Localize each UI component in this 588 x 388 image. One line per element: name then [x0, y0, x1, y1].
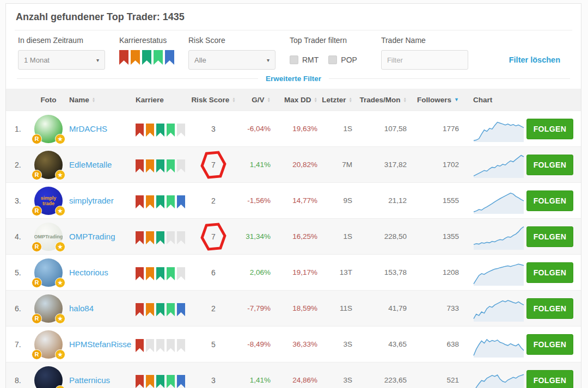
- avatar[interactable]: R★: [34, 115, 63, 143]
- career-flags: [136, 339, 190, 352]
- sort-icon[interactable]: ▲▼: [314, 97, 317, 102]
- karrierestatus-label: Karrierestatus: [119, 36, 174, 45]
- sort-icon[interactable]: ▲▼: [267, 97, 271, 102]
- follow-button[interactable]: FOLGEN: [526, 226, 573, 247]
- follow-button[interactable]: FOLGEN: [526, 155, 573, 175]
- top-trader-panel: Anzahl gefundener Top Trader: 1435 In di…: [5, 3, 581, 388]
- career-flag-icon: [136, 195, 144, 208]
- avatar-text: simply trade: [34, 195, 63, 206]
- trader-name-link[interactable]: Patternicus: [69, 375, 110, 385]
- career-flag-icon[interactable]: [119, 50, 128, 65]
- star-badge-icon: ★: [55, 278, 65, 288]
- top-trader-filter-label: Top Trader filtern: [290, 36, 367, 45]
- divider: [17, 78, 258, 79]
- career-flags: [136, 303, 190, 316]
- advanced-filter-link[interactable]: Erweiterte Filter: [266, 75, 321, 83]
- trader-name-link[interactable]: MrDACHS: [69, 124, 107, 133]
- filter-bar: In diesem Zeitraum 1 Monat ▾ Karrieresta…: [6, 30, 581, 70]
- career-flag-icon[interactable]: [142, 50, 151, 65]
- max-dd-value: 36,33%: [275, 340, 322, 348]
- performance-sparkline: [463, 331, 526, 358]
- trader-photo-cell: R★: [28, 330, 69, 359]
- follow-button[interactable]: FOLGEN: [526, 298, 573, 319]
- career-flag-icon: [156, 339, 164, 352]
- sort-icon[interactable]: ▲▼: [92, 97, 95, 102]
- clear-filters-link[interactable]: Filter löschen: [509, 56, 560, 64]
- career-flag-icon: [146, 303, 154, 316]
- risk-score-value: 6: [190, 255, 237, 290]
- followers-value: 1208: [411, 268, 463, 276]
- sort-icon[interactable]: ▲▼: [232, 97, 235, 102]
- career-flag-icon: [136, 339, 144, 352]
- column-header-max-dd[interactable]: Max DD▲▼: [275, 96, 322, 104]
- trader-name-link[interactable]: halo84: [69, 304, 94, 313]
- column-header-followers[interactable]: Followers▼: [411, 96, 463, 104]
- career-flag-icon[interactable]: [165, 50, 174, 65]
- table-row: 2. R★ EdleMetalle 7 1,41% 20,82% 7M 317,…: [6, 146, 581, 182]
- column-header-gv[interactable]: G/V▲▼: [237, 96, 275, 104]
- career-flag-icon: [177, 159, 185, 173]
- table-row: 3. simply trade R★ simplytrader 2 -1,56%…: [6, 182, 581, 218]
- column-header-letzter[interactable]: Letzter▲▼: [322, 96, 357, 104]
- career-flag-icon: [136, 231, 144, 244]
- career-flag-icon: [136, 267, 144, 280]
- zeitraum-select[interactable]: 1 Monat ▾: [18, 50, 105, 70]
- career-flag-filter[interactable]: [119, 50, 174, 65]
- career-flag-icon: [167, 267, 175, 280]
- trader-name-link[interactable]: OMPTrading: [69, 232, 115, 241]
- column-header-trades-mon[interactable]: Trades/Mon▲▼: [357, 96, 411, 104]
- follow-button[interactable]: FOLGEN: [526, 370, 573, 388]
- trader-name-link[interactable]: simplytrader: [69, 196, 114, 205]
- avatar[interactable]: R★: [34, 258, 63, 287]
- performance-sparkline: [463, 188, 526, 214]
- rank-number: 1.: [6, 125, 28, 133]
- career-flags: [136, 195, 190, 208]
- career-flag-icon[interactable]: [131, 50, 140, 65]
- zeitraum-value: 1 Monat: [24, 56, 50, 64]
- trader-name-link[interactable]: HPMStefanRisse: [69, 340, 131, 349]
- trader-photo-cell: ★: [28, 366, 69, 388]
- career-flag-icon: [156, 231, 164, 244]
- risk-score-value: 2: [190, 183, 237, 218]
- followers-value: 638: [411, 340, 463, 348]
- career-flag-icon: [136, 124, 144, 137]
- column-header-name[interactable]: Name▲▼: [69, 96, 136, 104]
- risk-score-select[interactable]: Alle ▾: [188, 50, 275, 70]
- performance-sparkline: [463, 295, 526, 322]
- follow-button[interactable]: FOLGEN: [526, 334, 573, 355]
- sort-icon[interactable]: ▲▼: [403, 97, 407, 102]
- avatar-text: OMPTrading: [34, 234, 63, 239]
- checkbox-rmt[interactable]: RMT: [290, 56, 318, 64]
- avatar[interactable]: simply trade R★: [34, 187, 63, 215]
- trader-name-link[interactable]: EdleMetalle: [69, 160, 112, 169]
- avatar[interactable]: ★: [34, 366, 63, 388]
- avatar[interactable]: R★: [34, 294, 63, 323]
- column-header-risk-score[interactable]: Risk Score▲▼: [190, 96, 237, 104]
- performance-sparkline: [463, 116, 526, 142]
- sort-desc-icon[interactable]: ▼: [454, 97, 459, 102]
- avatar[interactable]: R★: [34, 151, 63, 179]
- risk-score-value: 7: [190, 219, 237, 254]
- gv-value: 1,41%: [237, 161, 275, 169]
- career-flag-icon[interactable]: [154, 50, 163, 65]
- avatar[interactable]: OMPTrading R★: [34, 223, 63, 251]
- filter-trader-name: Trader Name: [381, 36, 468, 70]
- filter-zeitraum: In diesem Zeitraum 1 Monat ▾: [18, 36, 105, 70]
- career-flag-icon: [177, 339, 185, 352]
- sort-icon[interactable]: ▲▼: [349, 97, 352, 102]
- rmt-label: RMT: [302, 56, 318, 64]
- max-dd-value: 18,59%: [275, 304, 322, 312]
- career-flag-icon: [177, 231, 185, 244]
- trader-name-input[interactable]: [381, 50, 468, 70]
- follow-button[interactable]: FOLGEN: [526, 262, 573, 283]
- performance-sparkline: [463, 224, 526, 250]
- career-flag-icon: [146, 375, 154, 388]
- checkbox-pop[interactable]: POP: [328, 56, 357, 64]
- avatar[interactable]: R★: [34, 330, 63, 359]
- star-badge-icon: ★: [55, 242, 65, 252]
- career-flag-icon: [167, 195, 175, 208]
- career-flags: [136, 124, 190, 137]
- follow-button[interactable]: FOLGEN: [526, 119, 573, 139]
- follow-button[interactable]: FOLGEN: [526, 190, 573, 211]
- trader-name-link[interactable]: Hectorious: [69, 268, 108, 277]
